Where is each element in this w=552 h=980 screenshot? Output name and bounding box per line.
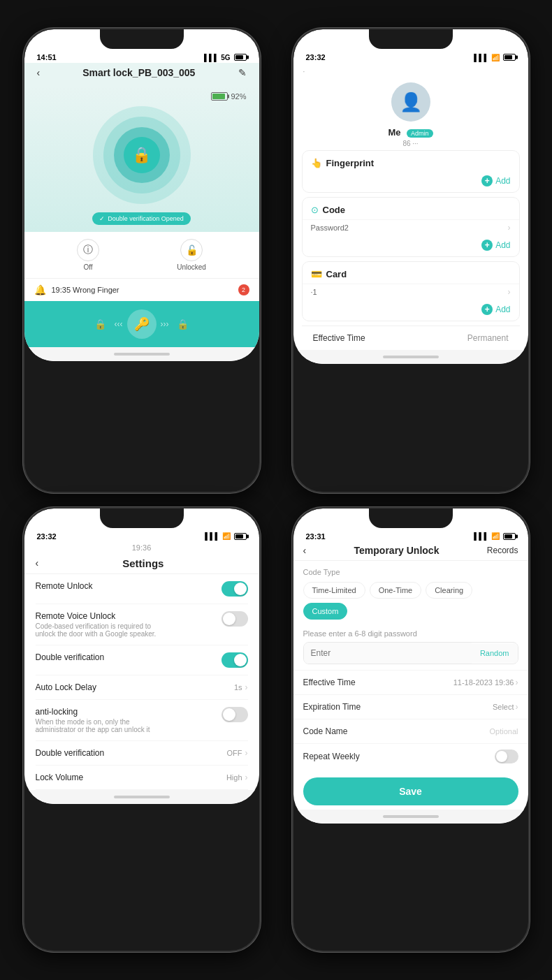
status-bar-4: 23:31 ▌▌▌ 📶 xyxy=(293,528,528,542)
repeat-weekly-label: Repeat Weekly xyxy=(303,752,360,761)
bottom-center-key[interactable]: 🔑 xyxy=(127,309,157,339)
pill-clearing[interactable]: Clearing xyxy=(426,582,472,599)
fingerprint-add-btn[interactable]: + Add xyxy=(481,175,510,187)
code-section: ⊙ Code Password2 › + Add xyxy=(302,197,520,257)
code-add-btn[interactable]: + Add xyxy=(481,240,510,251)
lock-visual[interactable]: 🔒 xyxy=(93,106,191,204)
bottom-arrows-right: ››› xyxy=(161,319,169,329)
add-circle-fp: + xyxy=(481,175,493,187)
settings-list: Remote Unlock Remote Voice Unlock Code-b… xyxy=(24,574,259,790)
volume-chevron: › xyxy=(245,773,248,782)
random-button[interactable]: Random xyxy=(472,643,518,663)
volume-value[interactable]: High › xyxy=(226,773,248,782)
fingerprint-icon: 👆 xyxy=(311,158,322,168)
card-section: 💳 Card ·1 › + Add xyxy=(302,261,520,321)
password-input[interactable] xyxy=(304,643,472,664)
battery-bar xyxy=(211,92,228,101)
dv-off-value[interactable]: OFF › xyxy=(227,748,248,758)
setting-remote-unlock: Remote Unlock xyxy=(36,574,248,604)
toggle-voice-unlock[interactable] xyxy=(221,611,248,627)
bottom-lock-left[interactable]: 🔒 xyxy=(91,314,110,334)
setting-label-volume: Lock Volume xyxy=(36,773,84,782)
setting-lock-volume: Lock Volume High › xyxy=(36,766,248,790)
effective-time-value[interactable]: 11-18-2023 19:36 › xyxy=(453,678,518,687)
toggle-remote-unlock[interactable] xyxy=(221,581,248,597)
pill-custom[interactable]: Custom xyxy=(303,603,348,620)
battery-icon-1 xyxy=(234,54,247,61)
code-type-label: Code Type xyxy=(303,568,518,576)
notch-1 xyxy=(100,29,184,49)
home-bar-3 xyxy=(114,796,170,798)
toggle-repeat-weekly[interactable] xyxy=(495,749,518,763)
user-name-row: Me Admin xyxy=(293,126,528,138)
notch-3 xyxy=(100,509,184,528)
phone2-back: · xyxy=(293,63,528,77)
bottom-arrows-left: ‹‹‹ xyxy=(115,319,123,329)
avatar: 👤 xyxy=(391,82,430,122)
code-header: ⊙ Code xyxy=(303,198,519,219)
signal-icon-1: ▌▌▌ xyxy=(204,54,219,61)
pill-time-limited[interactable]: Time-Limited xyxy=(303,582,365,599)
card-item[interactable]: ·1 › xyxy=(303,284,519,301)
back-dot: · xyxy=(303,68,305,75)
setting-anti-locking: anti-locking When the mode is on, only t… xyxy=(36,700,248,741)
effective-chevron: › xyxy=(516,678,518,687)
fingerprint-section: 👆 Fingerprint + Add xyxy=(302,150,520,193)
alert-text: 19:35 Wrong Finger xyxy=(52,286,233,294)
bottom-lock-right[interactable]: 🔒 xyxy=(173,314,193,334)
edit-button-1[interactable]: ✎ xyxy=(238,67,247,78)
setting-voice-unlock: Remote Voice Unlock Code-based verificat… xyxy=(36,604,248,645)
wifi-icon-2: 📶 xyxy=(491,54,500,61)
code-item-chevron: › xyxy=(508,223,511,233)
signal-3: ▌▌▌ xyxy=(205,532,219,540)
phone1-header: ‹ Smart lock_PB_003_005 ✎ xyxy=(24,63,259,85)
expiration-time-value[interactable]: Select › xyxy=(493,702,518,712)
unlock-icon: 🔓 xyxy=(180,239,203,261)
code-add-row: + Add xyxy=(303,237,519,256)
setting-dv-off: Double verification OFF › xyxy=(36,741,248,766)
bottom-controls: 🔒 ‹‹‹ 🔑 ››› 🔒 xyxy=(24,301,259,347)
back-button-1[interactable]: ‹ xyxy=(37,67,41,78)
double-verify-badge: ✓ Double verification Opened xyxy=(92,212,191,225)
status-icons-2: ▌▌▌ 📶 xyxy=(474,54,515,61)
time-3: 23:32 xyxy=(37,532,57,541)
card-add-btn[interactable]: + Add xyxy=(481,304,510,315)
fingerprint-add-row: + Add xyxy=(303,173,519,192)
toggle-anti-locking[interactable] xyxy=(221,707,248,722)
lock-icon[interactable]: 🔒 xyxy=(124,137,160,173)
toggle-double-verify[interactable] xyxy=(221,652,248,668)
card-item-chevron: › xyxy=(508,287,511,297)
status-bar-3: 23:32 ▌▌▌ 📶 xyxy=(24,528,259,542)
setting-label-anti: anti-locking When the mode is on, only t… xyxy=(36,707,161,733)
network-1: 5G xyxy=(221,54,230,61)
battery-status: 92% xyxy=(211,92,246,101)
notch-4 xyxy=(369,509,453,528)
setting-label-dv-off: Double verification xyxy=(36,748,105,758)
save-button[interactable]: Save xyxy=(303,777,518,805)
fingerprint-header: 👆 Fingerprint xyxy=(303,151,519,173)
alert-row: 🔔 19:35 Wrong Finger 2 xyxy=(24,278,259,301)
records-link[interactable]: Records xyxy=(487,546,518,555)
expiration-time-row: Expiration Time Select › xyxy=(293,694,528,719)
ctrl-off[interactable]: ⓘ Off xyxy=(77,239,99,271)
wifi-3: 📶 xyxy=(222,532,231,540)
pill-one-time[interactable]: One-Time xyxy=(370,582,422,599)
auto-lock-value[interactable]: 1s › xyxy=(234,682,248,692)
lock-main-area: 92% 🔒 ✓ Double verification Opened xyxy=(24,85,259,232)
signal-4: ▌▌▌ xyxy=(474,532,488,540)
effective-time-row: Effective Time Permanent xyxy=(302,326,520,350)
time-centered-3: 19:36 xyxy=(24,542,259,555)
password-section: Please enter a 6-8 digit password Random xyxy=(293,624,528,670)
repeat-weekly-row: Repeat Weekly xyxy=(293,743,528,769)
card-header: 💳 Card xyxy=(303,262,519,284)
home-bar-2 xyxy=(383,356,439,358)
ctrl-unlocked[interactable]: 🔓 Unlocked xyxy=(177,239,206,271)
user-count: 86 ··· xyxy=(293,140,528,147)
code-item[interactable]: Password2 › xyxy=(303,219,519,237)
status-icons-1: ▌▌▌ 5G xyxy=(204,54,247,61)
password-label: Please enter a 6-8 digit password xyxy=(303,629,518,638)
home-bar-4 xyxy=(383,815,439,818)
card-add-row: + Add xyxy=(303,301,519,321)
code-type-pills: Time-Limited One-Time Clearing Custom xyxy=(303,582,518,620)
notch-2 xyxy=(369,29,453,49)
